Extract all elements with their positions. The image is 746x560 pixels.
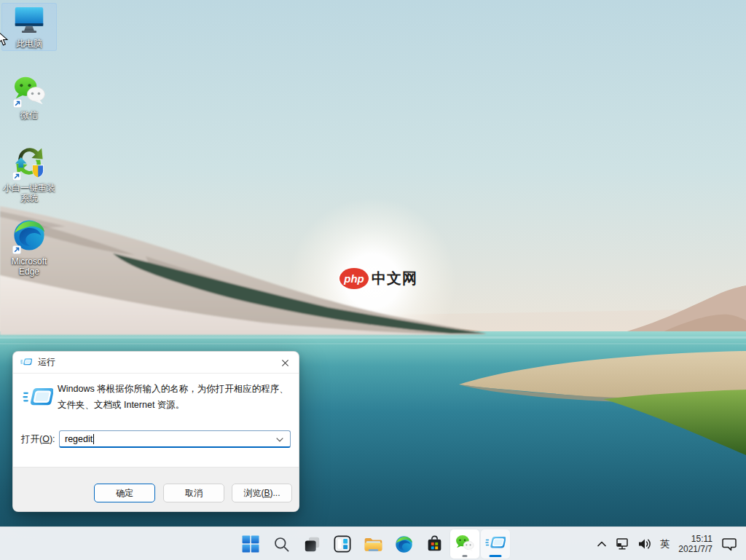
- description-line-1: Windows 将根据你所输入的名称，为你打开相应的程序、: [58, 382, 295, 398]
- dialog-titlebar[interactable]: 运行: [13, 352, 299, 374]
- this-pc-icon: [13, 6, 45, 37]
- cancel-button[interactable]: 取消: [163, 484, 224, 502]
- notification-icon: [721, 537, 737, 551]
- network-icon: [615, 537, 631, 551]
- wallpaper-watermark: php 中文网: [339, 268, 417, 289]
- start-icon: [242, 535, 259, 553]
- description-line-2: 文件夹、文档或 Internet 资源。: [58, 398, 295, 414]
- close-button[interactable]: [276, 355, 294, 371]
- combo-dropdown-chevron-icon[interactable]: [276, 438, 283, 442]
- desktop-icon-wechat[interactable]: 微信: [1, 73, 57, 122]
- desktop-icon-label: Microsoft Edge: [2, 256, 56, 277]
- store-icon: [425, 535, 444, 553]
- search-button[interactable]: [267, 529, 296, 559]
- input-value: regedit: [65, 434, 93, 444]
- desktop-icon-label: 微信: [20, 110, 38, 120]
- notification-center-button[interactable]: [718, 532, 740, 556]
- widgets-button[interactable]: [328, 529, 357, 559]
- dialog-title: 运行: [38, 356, 55, 368]
- text-caret: [93, 434, 94, 444]
- run-icon: [485, 535, 506, 551]
- wechat-icon: [13, 76, 46, 109]
- store-button[interactable]: [420, 529, 449, 559]
- wechat-running-indicator: [463, 555, 468, 557]
- run-icon: [23, 386, 53, 410]
- clock-time: 15:11: [678, 534, 712, 545]
- shortcut-arrow-icon: [12, 172, 21, 181]
- widgets-icon: [333, 535, 352, 553]
- taskbar: 英 15:11 2021/7/7: [0, 527, 746, 560]
- close-icon: [281, 359, 289, 367]
- xiaobai-reinstall-icon: [12, 144, 47, 181]
- task-view-button[interactable]: [297, 529, 326, 559]
- shortcut-arrow-icon: [13, 99, 22, 108]
- clock-date: 2021/7/7: [678, 544, 712, 555]
- search-icon: [272, 535, 291, 553]
- shortcut-arrow-icon: [12, 245, 21, 254]
- system-tray: 英 15:11 2021/7/7: [592, 527, 740, 560]
- start-button[interactable]: [236, 529, 265, 559]
- mouse-cursor: [0, 31, 9, 47]
- run-taskbar-button[interactable]: [481, 529, 510, 559]
- edge-taskbar-button[interactable]: [389, 529, 418, 559]
- ok-button[interactable]: 确定: [94, 484, 155, 502]
- network-button[interactable]: [612, 532, 634, 556]
- desktop-icon-label: 此电脑: [16, 39, 42, 49]
- file-explorer-button[interactable]: [358, 529, 388, 559]
- dialog-footer: 确定 取消 浏览(B)...: [13, 467, 299, 512]
- clock[interactable]: 15:11 2021/7/7: [678, 534, 712, 555]
- run-active-indicator: [490, 555, 502, 557]
- file-explorer-icon: [364, 536, 383, 553]
- desktop: php 中文网 此电脑 微信 小白一键重装系统 Microsoft Edge: [0, 0, 746, 560]
- run-dialog: 运行 Windows 将根据你所输入的名称，为你打开相应的程序、 文件夹、文档或…: [12, 351, 299, 512]
- run-dialog-icon: [20, 358, 32, 367]
- edge-icon: [395, 535, 413, 553]
- desktop-icon-this-pc[interactable]: 此电脑: [1, 3, 57, 51]
- wechat-taskbar-button[interactable]: [450, 529, 479, 559]
- php-logo-badge: php: [339, 268, 369, 289]
- volume-button[interactable]: [634, 532, 656, 556]
- ime-indicator[interactable]: 英: [656, 532, 674, 556]
- desktop-icon-xiaobai-reinstall[interactable]: 小白一键重装系统: [1, 141, 57, 205]
- open-field-label: 打开(O):: [21, 433, 55, 446]
- desktop-icon-label: 小白一键重装系统: [2, 183, 56, 203]
- desktop-icon-edge[interactable]: Microsoft Edge: [1, 216, 57, 279]
- watermark-text: 中文网: [372, 269, 417, 288]
- wechat-icon: [455, 535, 474, 552]
- taskbar-center-group: [236, 529, 510, 559]
- chevron-up-icon: [594, 537, 609, 551]
- browse-button[interactable]: 浏览(B)...: [232, 484, 292, 502]
- task-view-icon: [303, 535, 321, 553]
- volume-icon: [637, 537, 653, 551]
- hidden-icons-button[interactable]: [592, 532, 612, 556]
- edge-icon: [12, 218, 46, 255]
- open-combobox-input[interactable]: regedit: [59, 430, 291, 448]
- dialog-description: Windows 将根据你所输入的名称，为你打开相应的程序、 文件夹、文档或 In…: [58, 382, 295, 413]
